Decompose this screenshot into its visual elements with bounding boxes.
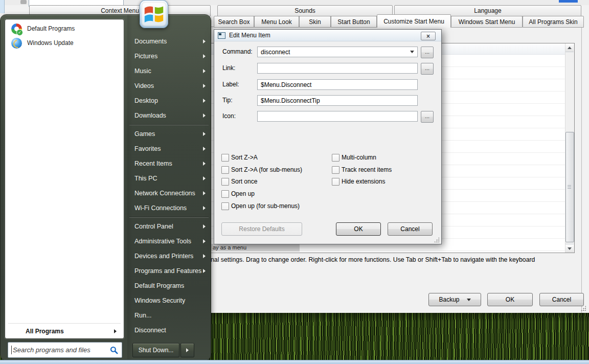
start-menu-right-items: Documents Pictures Music Videos Desktop … <box>127 34 211 338</box>
menu-item-programs-and-features[interactable]: Programs and Features <box>127 264 211 279</box>
all-programs-button[interactable]: All Programs <box>7 326 122 337</box>
menu-item-wifi-connections[interactable]: Wi-Fi Connections <box>127 201 211 216</box>
menu-item-this-pc[interactable]: This PC <box>127 171 211 186</box>
backup-button[interactable]: Backup <box>428 293 481 306</box>
scroll-thumb[interactable] <box>565 132 574 242</box>
tab-label: Language <box>474 7 501 14</box>
checkbox-hide-extensions[interactable] <box>332 178 339 186</box>
item-label: Pictures <box>134 53 157 60</box>
checkbox-sort-za-submenus[interactable] <box>221 166 229 174</box>
menu-item-desktop[interactable]: Desktop <box>127 94 211 108</box>
menu-item-documents[interactable]: Documents <box>127 34 211 49</box>
checkbox-sort-once[interactable] <box>221 178 229 186</box>
arrow-down-icon <box>568 247 572 250</box>
menu-item-control-panel[interactable]: Control Panel <box>127 219 211 234</box>
item-label: Videos <box>134 82 154 89</box>
dialog-resize-grip[interactable] <box>434 237 439 242</box>
menu-item-music[interactable]: Music <box>127 64 211 79</box>
dialog-ok-button[interactable]: OK <box>336 222 381 236</box>
tab-menu-look[interactable]: Menu Look <box>254 16 299 28</box>
menu-item-devices-and-printers[interactable]: Devices and Printers <box>127 249 211 264</box>
list-item-partial[interactable]: ay as a menu <box>210 244 300 252</box>
checkbox-track-recent-items[interactable] <box>332 166 339 174</box>
item-label: This PC <box>134 175 157 182</box>
link-field[interactable] <box>257 63 418 74</box>
close-button[interactable]: × <box>421 32 436 40</box>
menu-item-recent-items[interactable]: Recent Items <box>127 156 211 171</box>
shut-down-button[interactable]: Shut Down... <box>132 343 179 357</box>
search-input[interactable] <box>12 346 110 354</box>
cancel-button[interactable]: Cancel <box>539 293 584 306</box>
item-label: Music <box>134 67 151 75</box>
item-label: Network Connections <box>134 190 195 197</box>
menu-item-default-programs[interactable]: Default Programs <box>127 279 211 293</box>
scroll-up-button[interactable] <box>565 43 574 52</box>
list-scrollbar[interactable] <box>565 43 574 253</box>
menu-item-windows-security[interactable]: Windows Security <box>127 293 211 308</box>
label-field[interactable] <box>257 79 418 90</box>
start-menu-item-default-programs[interactable]: Default Programs <box>7 21 122 36</box>
default-programs-icon <box>11 24 22 34</box>
search-icon[interactable] <box>110 346 118 354</box>
start-orb-button[interactable] <box>140 0 168 28</box>
tab-start-button[interactable]: Start Button <box>331 16 377 28</box>
menu-item-network-connections[interactable]: Network Connections <box>127 186 211 201</box>
toolbar-icon-fragment <box>20 0 27 4</box>
divider <box>127 216 211 219</box>
tab-search-box[interactable]: Search Box <box>214 16 254 28</box>
item-label: Devices and Printers <box>134 253 193 260</box>
menu-item-favorites[interactable]: Favorites <box>127 142 211 156</box>
taskbar-edge <box>0 360 589 364</box>
screen: Context Menu Sounds Language Search Box … <box>0 0 589 364</box>
tab-label: All Programs Skin <box>529 18 577 26</box>
menu-item-downloads[interactable]: Downloads <box>127 108 211 123</box>
checkbox-open-up[interactable] <box>221 190 229 198</box>
checkbox-sort-za[interactable] <box>221 154 229 162</box>
link-browse-button[interactable]: ... <box>421 63 434 75</box>
start-menu-item-windows-update[interactable]: Windows Update <box>7 36 122 50</box>
tip-field[interactable] <box>257 95 418 106</box>
command-combobox[interactable] <box>257 47 418 57</box>
tab-customize-start-menu[interactable]: Customize Start Menu <box>377 14 451 28</box>
checkbox-open-up-submenus[interactable] <box>221 202 229 210</box>
tab-all-programs-skin[interactable]: All Programs Skin <box>523 16 584 28</box>
dialog-cancel-button[interactable]: Cancel <box>388 222 433 236</box>
tab-label: Start Button <box>337 18 370 26</box>
checkbox-multi-column[interactable] <box>332 154 339 162</box>
submenu-arrow-icon <box>203 239 206 243</box>
icon-field[interactable] <box>257 111 418 122</box>
item-label: Control Panel <box>134 223 173 230</box>
icon-browse-button[interactable]: ... <box>421 111 434 123</box>
ok-button[interactable]: OK <box>487 293 533 306</box>
item-label: Documents <box>134 38 167 45</box>
item-label: Windows Security <box>134 297 185 304</box>
submenu-arrow-icon <box>203 99 206 103</box>
menu-item-pictures[interactable]: Pictures <box>127 49 211 64</box>
windows-logo-icon <box>142 2 166 26</box>
submenu-arrow-icon <box>203 113 206 118</box>
menu-item-videos[interactable]: Videos <box>127 79 211 94</box>
menu-item-games[interactable]: Games <box>127 127 211 142</box>
command-browse-button[interactable]: ... <box>421 47 434 58</box>
start-menu: Default Programs Windows Update All Prog… <box>0 14 211 361</box>
checkbox-label: Sort once <box>231 178 257 185</box>
shut-down-options-button[interactable] <box>180 343 194 357</box>
menu-item-run[interactable]: Run... <box>127 308 211 323</box>
combo-dropdown-icon[interactable] <box>410 51 414 53</box>
left-edge-fragment <box>0 0 5 13</box>
checkbox-label: Open up <box>231 190 255 197</box>
menu-item-administrative-tools[interactable]: Administrative Tools <box>127 234 211 249</box>
tab-label: Windows Start Menu <box>459 18 515 26</box>
menu-item-disconnect[interactable]: Disconnect <box>127 323 211 338</box>
tab-sounds[interactable]: Sounds <box>217 5 393 16</box>
tab-label: Menu Look <box>261 18 291 26</box>
tab-skin[interactable]: Skin <box>299 16 331 28</box>
checkbox-label: Sort Z->A <box>231 154 258 161</box>
all-programs-label: All Programs <box>26 328 64 335</box>
dialog-titlebar[interactable]: Edit Menu Item <box>214 30 441 41</box>
link-label: Link: <box>222 63 235 74</box>
tab-windows-start-menu[interactable]: Windows Start Menu <box>451 16 523 28</box>
submenu-arrow-icon <box>203 162 206 166</box>
start-menu-search-box[interactable] <box>8 342 122 358</box>
scroll-down-button[interactable] <box>565 244 574 253</box>
